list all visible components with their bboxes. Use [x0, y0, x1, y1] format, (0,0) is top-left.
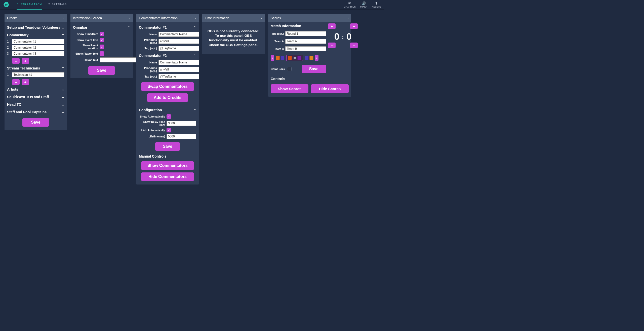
group-tos-label: SquidWest TOs and Staff [7, 95, 49, 99]
technician-row-1: 1. [7, 72, 64, 77]
score-b-plus-button[interactable]: + [350, 23, 358, 29]
group-artists-label: Artists [7, 87, 18, 91]
intermission-header[interactable]: Intermission Screen ‹ [70, 14, 133, 22]
score-b: 0 [346, 31, 351, 42]
lifetime-label: Lifetime (ms) [139, 135, 165, 138]
score-b-minus-button[interactable]: – [350, 43, 358, 48]
hide-scores-button[interactable]: Hide Scores [311, 84, 349, 93]
add-to-credits-button[interactable]: Add to Credits [147, 93, 188, 102]
commentary-remove-button[interactable]: – [12, 58, 20, 64]
score-a-plus-button[interactable]: + [328, 23, 336, 29]
technician-remove-button[interactable]: – [12, 79, 20, 85]
show-eventinfo-toggle[interactable]: ✓ [100, 38, 104, 42]
c1-pronouns-input[interactable] [158, 39, 199, 44]
show-scores-button[interactable]: Show Scores [271, 84, 308, 93]
c2-pronouns-input[interactable] [158, 67, 199, 72]
hide-auto-toggle[interactable]: ✓ [167, 128, 171, 132]
commentator-input-3[interactable] [12, 51, 64, 56]
tab-stream-tech[interactable]: 1. STREAM TECH [17, 0, 42, 10]
c1-tag-input[interactable] [158, 46, 199, 51]
chevron-up-icon: ⌃ [193, 26, 196, 29]
show-auto-toggle[interactable]: ✓ [167, 114, 171, 119]
tab-settings[interactable]: 2. SETTINGS [48, 0, 67, 10]
swatch[interactable] [297, 56, 301, 60]
chevron-up-icon: ⌃ [193, 54, 196, 58]
show-eventlocation-toggle[interactable]: ✓ [100, 45, 104, 49]
c1-name-input[interactable] [158, 32, 199, 37]
swatch[interactable] [309, 56, 313, 60]
group-commentary-label: Commentary [7, 33, 29, 37]
upload-icon: ⬆ [375, 2, 378, 5]
swatch-next-button[interactable]: › [315, 55, 318, 61]
commentators-save-button[interactable]: Save [155, 142, 180, 151]
show-timedate-toggle[interactable]: ✓ [100, 32, 104, 36]
topbar: 1. STREAM TECH 2. SETTINGS 👁 GRAPHICS 🔊 … [0, 0, 384, 10]
scores-header[interactable]: Scores ‹ [268, 14, 351, 22]
swatch[interactable] [288, 56, 292, 60]
credits-save-button[interactable]: Save [22, 118, 49, 127]
match-info-group[interactable]: Match Information [271, 23, 326, 29]
commentator-input-1[interactable] [12, 39, 64, 44]
score-colon: : [342, 33, 344, 41]
score-a-minus-button[interactable]: – [328, 43, 336, 48]
swatch[interactable] [276, 56, 280, 60]
c2-tag-label: Tag (opt.) [139, 75, 157, 78]
assets-button[interactable]: ⬆ ASSETS [372, 2, 381, 8]
teamb-input[interactable] [285, 46, 326, 51]
obs-warning: OBS is not currently connected! To use t… [202, 22, 265, 54]
group-artists[interactable]: Artists ⌄ [7, 85, 64, 93]
configuration-group[interactable]: Configuration ⌃ [139, 106, 196, 114]
show-delay-input[interactable] [167, 121, 196, 126]
c2-tag-input[interactable] [158, 74, 199, 79]
omnibar-group[interactable]: Omnibar ⌃ [73, 23, 130, 31]
swap-commentators-button[interactable]: Swap Commentators [141, 82, 194, 91]
commentators-panel: Commentators Information ‹ Commentator #… [136, 14, 199, 185]
commentator-input-2[interactable] [12, 45, 64, 50]
app-logo[interactable] [4, 2, 9, 7]
credits-header[interactable]: Credits ‹ [5, 14, 67, 22]
show-auto-label: Show Automatically [139, 115, 165, 118]
group-commentary[interactable]: Commentary ⌃ [7, 31, 64, 39]
swatch[interactable] [305, 56, 309, 60]
info-input[interactable] [285, 31, 326, 36]
chevron-left-icon: ‹ [348, 16, 349, 20]
commentator1-group[interactable]: Commentator #1 ⌃ [139, 23, 196, 31]
lifetime-input[interactable] [167, 134, 196, 139]
row-number: 1. [7, 73, 11, 77]
show-eventinfo-label: Show Event Info [73, 39, 98, 42]
swatch-pair-1[interactable] [275, 55, 285, 61]
mixer-button[interactable]: 🔊 MIXER [360, 2, 368, 8]
graphics-button[interactable]: 👁 GRAPHICS [344, 2, 356, 8]
swatch-prev-button[interactable]: ‹ [271, 55, 274, 61]
technician-input-1[interactable] [12, 72, 64, 77]
chevron-left-icon: ‹ [195, 16, 196, 20]
swatch-pair-3[interactable] [304, 55, 314, 61]
group-setup-volunteers[interactable]: Setup and Teardown Volunteers ⌄ [7, 23, 64, 31]
commentators-title: Commentators Information [139, 16, 178, 20]
swatch[interactable] [280, 56, 285, 60]
commentators-header[interactable]: Commentators Information ‹ [136, 14, 199, 22]
chevron-down-icon: ⌄ [62, 110, 64, 114]
commentator2-group[interactable]: Commentator #2 ⌃ [139, 52, 196, 59]
timeinfo-header[interactable]: Time Information ‹ [202, 14, 265, 22]
credits-panel: Credits ‹ Setup and Teardown Volunteers … [5, 14, 67, 130]
group-head-to[interactable]: Head TO ⌄ [7, 100, 64, 108]
group-staff-captains[interactable]: Staff and Pool Captains ⌄ [7, 108, 64, 116]
show-commentators-button[interactable]: Show Commentators [141, 161, 194, 170]
color-lock-toggle[interactable] [287, 67, 292, 71]
flavortext-input[interactable] [100, 57, 140, 62]
hide-commentators-button[interactable]: Hide Commentators [141, 172, 194, 181]
intermission-save-button[interactable]: Save [88, 66, 115, 75]
swatch-pair-selected[interactable]: ⇄ [286, 55, 303, 61]
commentary-add-button[interactable]: + [22, 58, 29, 64]
group-tos-staff[interactable]: SquidWest TOs and Staff ⌄ [7, 93, 64, 100]
show-eventlocation-label: Show Event Location [73, 44, 98, 50]
technician-add-button[interactable]: + [22, 79, 29, 85]
score-a: 0 [334, 31, 339, 42]
teama-input[interactable] [285, 39, 326, 44]
group-stream-technicians[interactable]: Stream Technicians ⌃ [7, 64, 64, 72]
scores-save-button[interactable]: Save [302, 65, 326, 73]
show-flavortext-toggle[interactable]: ✓ [100, 51, 104, 56]
c2-name-input[interactable] [158, 60, 199, 65]
chevron-down-icon: ⌄ [62, 88, 64, 91]
